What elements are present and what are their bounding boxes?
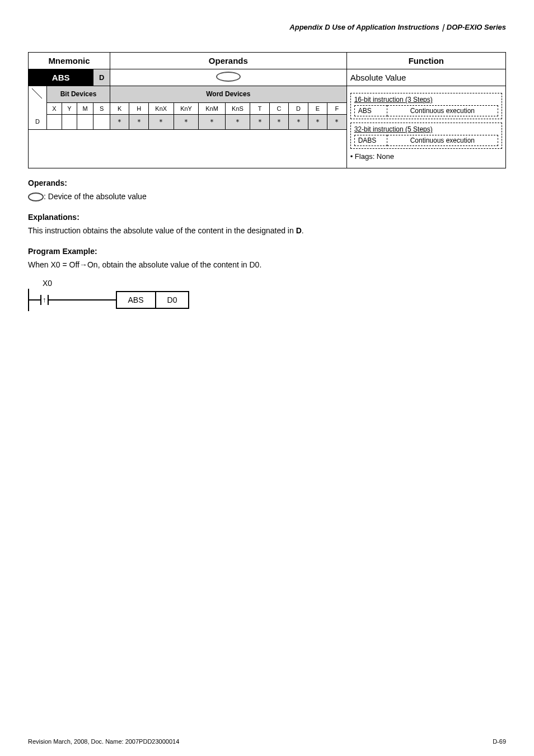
cell-d-kns: ＊	[225, 114, 250, 129]
operands-header: Operands	[110, 53, 346, 69]
abs-cell: ABS	[354, 106, 387, 116]
cell-d-s	[93, 114, 110, 129]
thirtytwo-bit-box: 32-bit instruction (5 Steps) DABS Contin…	[350, 123, 502, 149]
col-knm: KnM	[199, 102, 225, 114]
example-text: When X0 = Off→On, obtain the absolute va…	[28, 259, 506, 271]
col-s: S	[93, 102, 110, 114]
svg-line-0	[32, 88, 42, 98]
explanations-heading: Explanations:	[28, 213, 506, 222]
bit-devices-header: Bit Devices	[47, 86, 110, 103]
sixteen-bit-title: 16-bit instruction (3 Steps)	[354, 96, 498, 104]
cell-d-knx: ＊	[148, 114, 174, 129]
oval-icon	[216, 72, 241, 82]
function-header: Function	[346, 53, 505, 69]
cell-d-f: ＊	[327, 114, 346, 129]
ladder-diagram: X0 ↑ ABS D0	[28, 279, 506, 311]
cell-d-k: ＊	[110, 114, 129, 129]
wire-2	[49, 299, 116, 300]
dabs-cell: DABS	[354, 135, 387, 146]
function-detail: 16-bit instruction (3 Steps) ABS Continu…	[346, 86, 505, 168]
ladder-d0: D0	[156, 291, 190, 309]
mnemonic-header: Mnemonic	[29, 53, 110, 69]
col-y: Y	[62, 102, 77, 114]
operands-text: : Device of the absolute value	[28, 191, 506, 203]
col-c: C	[269, 102, 288, 114]
cont-exec-1: Continuous execution	[387, 106, 498, 116]
cell-d-c: ＊	[269, 114, 288, 129]
cell-d-kny: ＊	[174, 114, 199, 129]
row-d: D	[29, 114, 47, 129]
flags-row: • Flags: None	[350, 152, 502, 161]
col-k: K	[110, 102, 129, 114]
abs-label: ABS	[29, 69, 93, 86]
example-heading: Program Example:	[28, 247, 506, 256]
col-h: H	[129, 102, 148, 114]
ladder-x0: X0	[43, 279, 52, 288]
cell-d-e: ＊	[308, 114, 327, 129]
col-d: D	[289, 102, 308, 114]
absolute-value-label: Absolute Value	[346, 69, 505, 86]
col-kns: KnS	[225, 102, 250, 114]
col-f: F	[327, 102, 346, 114]
cell-d-knm: ＊	[199, 114, 225, 129]
col-t: T	[250, 102, 269, 114]
page-header: Appendix D Use of Application Instructio…	[28, 22, 506, 32]
cell-d-y	[62, 114, 77, 129]
sixteen-bit-box: 16-bit instruction (3 Steps) ABS Continu…	[350, 93, 502, 119]
col-m: M	[77, 102, 93, 114]
wire-1	[29, 299, 40, 300]
cell-d-d: ＊	[289, 114, 308, 129]
empty-cell	[29, 102, 47, 114]
instruction-table: Mnemonic Operands Function ABS D Absolut…	[28, 52, 506, 168]
ladder-box: ABS D0	[116, 291, 190, 309]
cell-d-x	[47, 114, 62, 129]
cell-d-m	[77, 114, 93, 129]
col-x: X	[47, 102, 62, 114]
col-e: E	[308, 102, 327, 114]
col-knx: KnX	[148, 102, 174, 114]
bullet-icon: •	[350, 152, 355, 161]
ladder-abs: ABS	[116, 291, 156, 309]
operands-oval	[110, 69, 346, 86]
rising-edge-icon: ↑	[41, 295, 48, 304]
operands-heading: Operands:	[28, 179, 506, 187]
diag-cell	[29, 86, 47, 103]
diagonal-icon	[32, 88, 42, 98]
oval-icon-inline	[28, 192, 44, 201]
cell-d-t: ＊	[250, 114, 269, 129]
thirtytwo-bit-title: 32-bit instruction (5 Steps)	[354, 125, 498, 133]
col-kny: KnY	[174, 102, 199, 114]
explanations-text: This instruction obtains the absolute va…	[28, 225, 506, 237]
cont-exec-2: Continuous execution	[387, 135, 498, 146]
d-label: D	[93, 69, 110, 86]
word-devices-header: Word Devices	[110, 86, 346, 103]
flags-text: Flags: None	[355, 152, 394, 161]
cell-d-h: ＊	[129, 114, 148, 129]
empty-row	[29, 129, 347, 168]
